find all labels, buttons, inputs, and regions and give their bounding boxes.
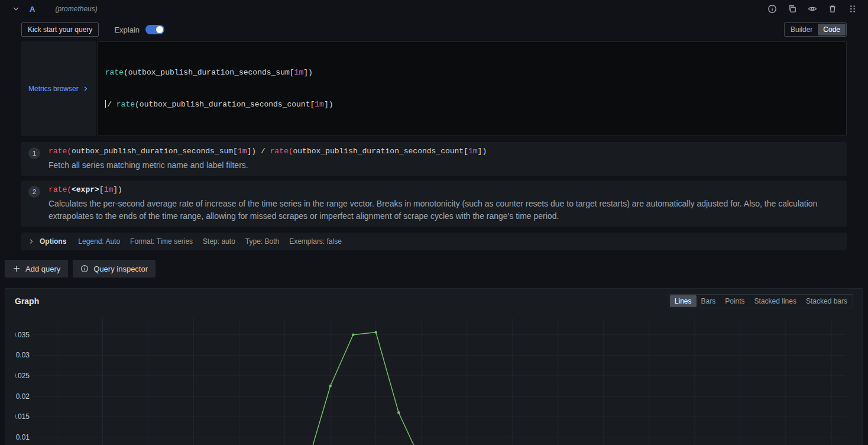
- option-summary-item: Step: auto: [203, 237, 235, 246]
- explain-step: 2 rate(<expr>[1m]) Calculates the per-se…: [21, 180, 847, 227]
- text-cursor: [105, 100, 106, 108]
- graph-mode-button[interactable]: Points: [720, 295, 749, 307]
- graph-panel-title: Graph: [15, 296, 39, 306]
- query-row-header: A (prometheus): [0, 0, 868, 18]
- add-query-button[interactable]: Add query: [5, 260, 68, 278]
- options-summary: Legend: AutoFormat: Time seriesStep: aut…: [78, 237, 342, 246]
- step-code: rate(<expr>[1m]): [48, 185, 840, 195]
- step-content: rate(outbox_publish_duration_seconds_sum…: [48, 146, 487, 172]
- step-number-badge: 1: [28, 147, 40, 159]
- query-code-line: / rate(outbox_publish_duration_seconds_c…: [105, 99, 846, 110]
- graph-mode-button[interactable]: Stacked lines: [750, 295, 801, 307]
- query-actions: Add query Query inspector: [5, 260, 863, 278]
- query-toolbar: Kick start your query Explain Builder Co…: [21, 22, 847, 37]
- option-summary-item: Type: Both: [245, 237, 279, 246]
- info-circle-icon: [80, 265, 89, 273]
- svg-text:0.015: 0.015: [15, 412, 30, 421]
- chevron-right-icon: [28, 238, 34, 244]
- chevron-down-icon[interactable]: [12, 5, 20, 13]
- options-header: Options: [28, 237, 66, 246]
- step-code: rate(outbox_publish_duration_seconds_sum…: [48, 146, 487, 156]
- step-content: rate(<expr>[1m]) Calculates the per-seco…: [48, 185, 840, 222]
- option-summary-item: Exemplars: false: [289, 237, 342, 246]
- chevron-right-icon: [83, 86, 89, 92]
- graph-mode-button[interactable]: Lines: [670, 295, 697, 307]
- step-description: Fetch all series matching metric name an…: [48, 159, 487, 172]
- editor-mode-group: Builder Code: [784, 22, 847, 37]
- chart-svg: 21:48:0021:48:3021:49:0021:49:3021:50:00…: [15, 312, 854, 445]
- graph-panel-header: Graph LinesBarsPointsStacked linesStacke…: [15, 294, 853, 309]
- query-inspector-label: Query inspector: [93, 265, 148, 273]
- plus-icon: [12, 265, 21, 273]
- svg-text:0.02: 0.02: [16, 392, 30, 401]
- code-mode-button[interactable]: Code: [818, 24, 846, 36]
- add-query-label: Add query: [25, 265, 60, 273]
- svg-text:0.01: 0.01: [16, 433, 30, 441]
- options-collapse[interactable]: Options Legend: AutoFormat: Time seriesS…: [21, 233, 847, 250]
- builder-mode-button[interactable]: Builder: [785, 24, 818, 36]
- explain-label: Explain: [114, 25, 140, 34]
- graph-panel: Graph LinesBarsPointsStacked linesStacke…: [5, 288, 863, 445]
- option-summary-item: Legend: Auto: [78, 237, 120, 246]
- query-editor-row: Metrics browser rate(outbox_publish_dura…: [21, 41, 847, 136]
- option-summary-item: Format: Time series: [130, 237, 193, 246]
- query-code-editor[interactable]: rate(outbox_publish_duration_seconds_sum…: [98, 41, 847, 136]
- time-series-chart[interactable]: 21:48:0021:48:3021:49:0021:49:3021:50:00…: [15, 312, 853, 445]
- explain-toggle[interactable]: [145, 25, 164, 34]
- trash-icon[interactable]: [828, 4, 837, 14]
- query-ref-id[interactable]: A: [30, 5, 35, 14]
- graph-mode-button[interactable]: Stacked bars: [801, 295, 852, 307]
- kick-start-query-button[interactable]: Kick start your query: [21, 22, 99, 37]
- toggle-knob: [156, 26, 163, 33]
- query-inspector-button[interactable]: Query inspector: [73, 260, 156, 278]
- step-number-badge: 2: [28, 186, 40, 198]
- svg-text:0.025: 0.025: [15, 372, 30, 380]
- eye-icon[interactable]: [808, 4, 817, 14]
- svg-text:0.035: 0.035: [15, 331, 30, 339]
- metrics-browser-label: Metrics browser: [28, 85, 79, 93]
- svg-text:0.03: 0.03: [16, 351, 30, 359]
- options-label: Options: [40, 237, 66, 246]
- duplicate-icon[interactable]: [788, 4, 797, 14]
- explain-step: 1 rate(outbox_publish_duration_seconds_s…: [21, 142, 847, 176]
- graph-mode-button[interactable]: Bars: [697, 295, 721, 307]
- step-description: Calculates the per-second average rate o…: [48, 198, 840, 222]
- metrics-browser-button[interactable]: Metrics browser: [21, 41, 96, 136]
- explain-control: Explain: [114, 25, 164, 34]
- query-code-line: rate(outbox_publish_duration_seconds_sum…: [105, 67, 846, 78]
- graph-mode-group: LinesBarsPointsStacked linesStacked bars: [669, 294, 853, 308]
- query-header-actions: [767, 4, 857, 14]
- datasource-label: (prometheus): [55, 5, 97, 13]
- info-icon[interactable]: [767, 4, 777, 14]
- query-editor-section: A (prometheus) Kick start your query Exp…: [0, 0, 868, 250]
- drag-handle-icon[interactable]: [848, 4, 857, 14]
